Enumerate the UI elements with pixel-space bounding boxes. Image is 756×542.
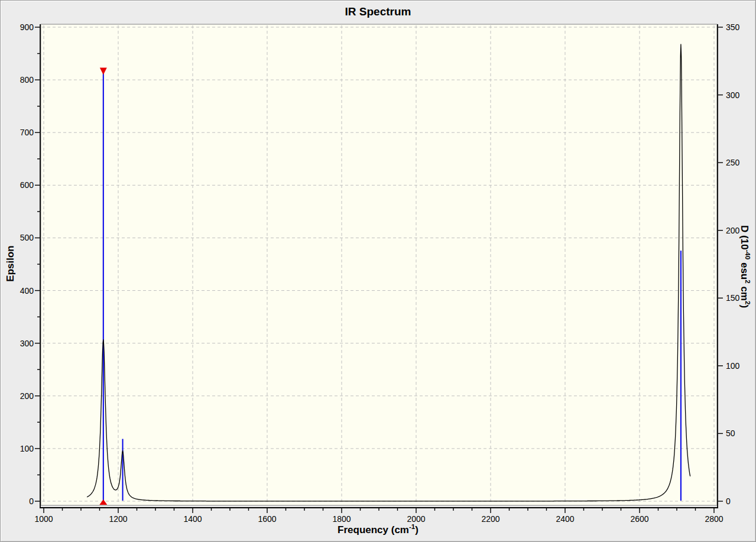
svg-text:900: 900 bbox=[20, 22, 34, 32]
svg-text:2200: 2200 bbox=[481, 514, 499, 524]
svg-text:2600: 2600 bbox=[630, 514, 648, 524]
svg-text:1600: 1600 bbox=[258, 514, 276, 524]
svg-text:600: 600 bbox=[20, 180, 34, 190]
right-tick-labels: 050100150200250300350 bbox=[726, 22, 740, 506]
svg-text:100: 100 bbox=[726, 361, 740, 371]
svg-text:800: 800 bbox=[20, 75, 34, 85]
svg-text:200: 200 bbox=[20, 391, 34, 401]
svg-text:0: 0 bbox=[29, 496, 34, 506]
svg-text:1800: 1800 bbox=[332, 514, 351, 524]
svg-text:0: 0 bbox=[726, 496, 731, 506]
svg-text:200: 200 bbox=[726, 226, 740, 235]
svg-text:300: 300 bbox=[20, 339, 34, 348]
x-tick-labels: 1000120014001600180020002200240026002800 bbox=[34, 514, 723, 524]
svg-text:50: 50 bbox=[726, 429, 735, 438]
ir-spectrum-window: IR Spectrum Epsilon D (10-40 esu2 cm2) F… bbox=[0, 0, 756, 542]
svg-text:2400: 2400 bbox=[556, 514, 574, 524]
svg-text:500: 500 bbox=[20, 233, 34, 242]
left-tick-labels: 0100200300400500600700800900 bbox=[20, 22, 34, 506]
svg-text:350: 350 bbox=[726, 22, 740, 32]
svg-text:1000: 1000 bbox=[34, 514, 53, 524]
plot-area bbox=[41, 24, 717, 505]
svg-text:250: 250 bbox=[726, 158, 740, 167]
svg-text:1400: 1400 bbox=[183, 514, 202, 524]
svg-text:2800: 2800 bbox=[705, 514, 723, 524]
svg-text:1200: 1200 bbox=[109, 514, 127, 524]
svg-text:700: 700 bbox=[20, 128, 34, 137]
svg-text:400: 400 bbox=[20, 286, 34, 296]
spectrum-plot-canvas[interactable]: 1000120014001600180020002200240026002800… bbox=[1, 1, 756, 542]
svg-text:2000: 2000 bbox=[407, 514, 425, 524]
svg-text:100: 100 bbox=[20, 444, 34, 453]
svg-text:300: 300 bbox=[726, 90, 740, 100]
svg-text:150: 150 bbox=[726, 293, 740, 303]
